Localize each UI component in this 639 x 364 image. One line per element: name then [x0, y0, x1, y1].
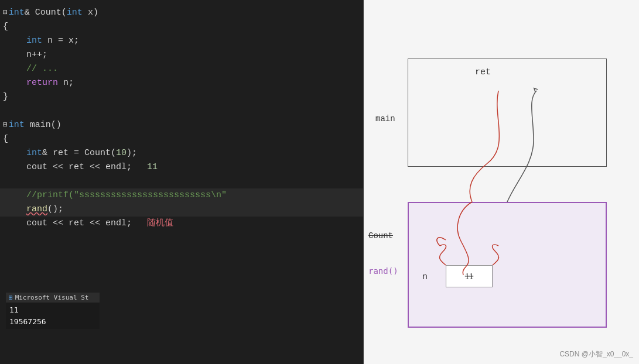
diagram-panel: main ret Count rand() n 11 CSDN @小智_x0_ — [364, 0, 639, 364]
terminal-body: 11 19567256 — [6, 303, 100, 329]
diagram-arrows — [364, 0, 639, 364]
code-line-13 — [0, 174, 363, 188]
collapse-marker-1[interactable]: ⊟ — [3, 7, 8, 19]
terminal-box: ⊞ Microsoft Visual St 11 19567256 — [6, 293, 100, 329]
terminal-line-1: 11 — [9, 304, 96, 316]
code-line-9: ⊟ int main() — [0, 118, 363, 132]
code-line-15: rand(); — [0, 202, 363, 217]
code-line-3: int n = x; — [0, 34, 363, 48]
keyword-int-1: int — [9, 6, 25, 20]
terminal-title: ⊞ Microsoft Visual St — [6, 293, 100, 303]
code-line-12: cout << ret << endl; 11 — [0, 160, 363, 174]
code-line-5: // ... — [0, 62, 363, 76]
watermark: CSDN @小智_x0__0x_ — [559, 349, 633, 359]
code-line-2: { — [0, 20, 363, 34]
code-line-6: return n; — [0, 76, 363, 90]
code-line-14: //printf("sssssssssssssssssssssssss\n" — [0, 188, 363, 202]
terminal-icon: ⊞ — [9, 294, 13, 301]
code-line-16: cout << ret << endl; 随机值 — [0, 217, 363, 231]
code-line-11: int& ret = Count(10); — [0, 146, 363, 160]
code-line-4: n++; — [0, 48, 363, 62]
code-line-10: { — [0, 132, 363, 146]
terminal-line-2: 19567256 — [9, 316, 96, 328]
code-panel: ⊟ int& Count(int x) { int n = x; n++; //… — [0, 0, 363, 364]
collapse-marker-2[interactable]: ⊟ — [3, 119, 8, 132]
code-line-7: } — [0, 90, 363, 104]
code-line-8 — [0, 104, 363, 118]
code-line-1: ⊟ int& Count(int x) — [0, 6, 363, 20]
